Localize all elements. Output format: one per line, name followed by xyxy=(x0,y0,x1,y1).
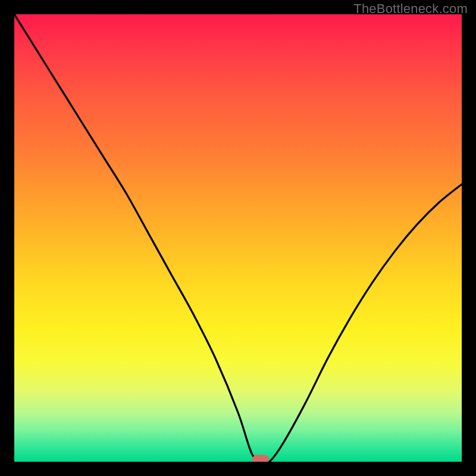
watermark-text: TheBottleneck.com xyxy=(353,1,468,17)
bottleneck-curve xyxy=(14,14,462,462)
plot-area xyxy=(14,14,462,462)
minimum-marker xyxy=(252,455,269,462)
chart-frame: TheBottleneck.com xyxy=(0,0,476,476)
